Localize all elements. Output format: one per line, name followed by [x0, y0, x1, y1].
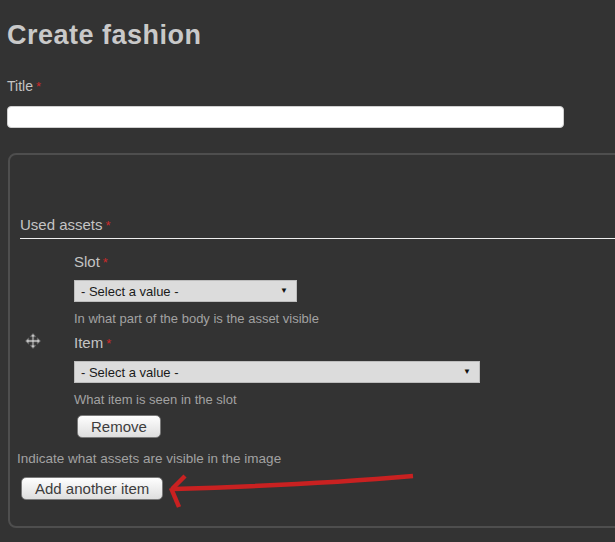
- remove-button[interactable]: Remove: [77, 415, 161, 438]
- fieldset-divider: [20, 238, 615, 239]
- required-asterisk: *: [36, 79, 41, 94]
- title-field-label: Title*: [7, 77, 41, 95]
- slot-field-label: Slot*: [74, 253, 108, 271]
- used-assets-description: Indicate what assets are visible in the …: [17, 451, 281, 466]
- create-fashion-page: Create fashion Title* Used assets* Slot*…: [0, 0, 615, 542]
- add-another-item-button[interactable]: Add another item: [21, 477, 163, 500]
- required-asterisk: *: [103, 255, 108, 270]
- slot-select[interactable]: - Select a value -: [74, 280, 297, 302]
- page-title: Create fashion: [7, 20, 202, 51]
- required-asterisk: *: [106, 336, 111, 351]
- item-select-wrap: - Select a value - ▼: [74, 361, 480, 383]
- title-input[interactable]: [7, 106, 564, 128]
- slot-select-wrap: - Select a value - ▼: [74, 280, 297, 302]
- required-asterisk: *: [106, 218, 111, 233]
- drag-handle-icon[interactable]: [25, 333, 41, 349]
- item-help-text: What item is seen in the slot: [74, 392, 237, 407]
- slot-help-text: In what part of the body is the asset vi…: [74, 311, 319, 326]
- item-field-label: Item*: [74, 334, 111, 352]
- item-select[interactable]: - Select a value -: [74, 361, 480, 383]
- used-assets-label: Used assets*: [20, 216, 111, 234]
